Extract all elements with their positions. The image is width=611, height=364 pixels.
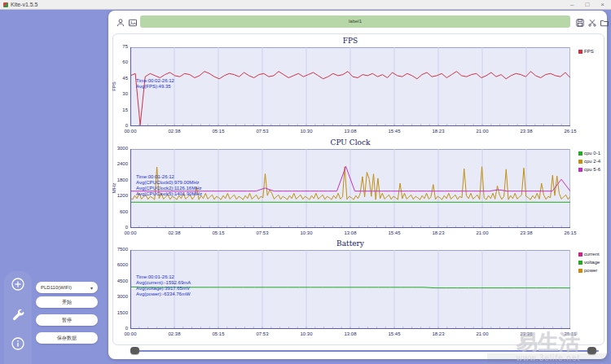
x-tick-label: 02:38 bbox=[161, 129, 187, 134]
chart-annotation: Time:00:01-26:12Avg(CPUClock0):979.00MHz… bbox=[136, 174, 202, 197]
scissors-icon bbox=[587, 18, 597, 28]
y-tick-label: 1500 bbox=[108, 310, 128, 315]
y-tick-label: 3000 bbox=[108, 294, 128, 299]
y-tick-label: 15 bbox=[108, 107, 128, 112]
annotation-line: Time:00:01-26:12 bbox=[136, 174, 202, 180]
legend-swatch bbox=[578, 252, 582, 257]
save-data-button[interactable]: 保存数据 bbox=[36, 332, 98, 344]
y-tick-label: 0 bbox=[108, 225, 128, 230]
battery-chart: Battery01500300045006000750000:0002:3805… bbox=[108, 239, 607, 340]
x-tick-label: 13:08 bbox=[337, 331, 363, 336]
y-axis-label: FPS bbox=[112, 81, 116, 91]
chart-legend: currentvoltagepower bbox=[578, 250, 600, 274]
x-tick-label: 26:15 bbox=[557, 230, 583, 235]
save-icon bbox=[575, 18, 585, 28]
y-tick-label: 75 bbox=[108, 44, 128, 49]
maximize-button[interactable]: □ bbox=[585, 0, 589, 9]
wrench-icon bbox=[11, 307, 25, 322]
cut-button[interactable] bbox=[587, 16, 597, 26]
legend-item: cpu 5-6 bbox=[578, 165, 600, 173]
device-select[interactable]: PLD110(WIFI) ▾ bbox=[36, 282, 98, 293]
x-tick-label: 21:00 bbox=[469, 230, 495, 235]
legend-item: cpu 2-4 bbox=[578, 157, 600, 165]
chart-title: FPS bbox=[130, 37, 570, 45]
folder-icon bbox=[600, 18, 609, 28]
annotation-line: Time:00:02-26:12 bbox=[136, 78, 174, 84]
export-button[interactable] bbox=[600, 16, 609, 26]
legend-swatch bbox=[578, 168, 582, 172]
x-tick-label: 21:00 bbox=[469, 331, 495, 336]
image-icon bbox=[128, 18, 138, 28]
chart-title: CPU Clock bbox=[130, 138, 570, 147]
slider-left-handle[interactable] bbox=[130, 347, 139, 354]
fps-chart: FPSFPS0153045607500:0002:3805:1507:5310:… bbox=[108, 37, 607, 138]
x-tick-label: 05:15 bbox=[205, 129, 231, 134]
x-tick-label: 00:00 bbox=[117, 230, 143, 235]
y-tick-label: 1800 bbox=[108, 178, 128, 182]
x-tick-label: 26:15 bbox=[557, 129, 583, 134]
x-tick-label: 05:15 bbox=[205, 331, 231, 336]
slider-right-handle[interactable] bbox=[587, 347, 596, 354]
legend-item: current bbox=[578, 250, 600, 258]
info-circle-icon bbox=[11, 336, 25, 351]
start-button[interactable]: 开始 bbox=[36, 296, 98, 308]
x-tick-label: 23:38 bbox=[513, 331, 539, 336]
x-tick-label: 23:38 bbox=[513, 129, 539, 134]
x-tick-label: 15:45 bbox=[381, 230, 407, 235]
annotation-line: Avg(power):-6334.76mW bbox=[136, 292, 191, 297]
y-axis-label: MHz bbox=[112, 182, 116, 192]
x-tick-label: 10:30 bbox=[293, 331, 319, 336]
minimize-button[interactable]: – bbox=[570, 0, 574, 9]
annotation-line: Time:00:01-26:12 bbox=[136, 274, 191, 280]
annotation-line: Avg(current):-1592.69mA bbox=[136, 280, 191, 286]
main-panel: label1 FPSFPS0153045607500:0002:3805:150… bbox=[108, 11, 607, 359]
chart-annotation: Time:00:02-26:12Avg(FPS):49.35 bbox=[136, 78, 174, 90]
y-tick-label: 45 bbox=[108, 76, 128, 81]
y-tick-label: 30 bbox=[108, 91, 128, 96]
chart-legend: cpu 0-1cpu 2-4cpu 5-6 bbox=[578, 149, 600, 173]
annotation-line: Avg(CPUClock5):1401.90MHz bbox=[136, 191, 202, 197]
legend-item: power bbox=[578, 266, 600, 274]
user-button[interactable] bbox=[116, 16, 125, 26]
x-tick-label: 18:23 bbox=[425, 230, 451, 235]
x-tick-label: 23:38 bbox=[513, 230, 539, 235]
x-tick-label: 10:30 bbox=[293, 129, 319, 134]
add-button[interactable] bbox=[11, 277, 25, 292]
y-tick-label: 6000 bbox=[108, 262, 128, 267]
x-tick-label: 18:23 bbox=[425, 129, 451, 134]
time-range-slider[interactable] bbox=[130, 350, 599, 352]
x-tick-label: 02:38 bbox=[161, 331, 187, 336]
chart-legend: FPS bbox=[578, 47, 594, 55]
plot-area bbox=[130, 47, 570, 126]
x-tick-label: 21:00 bbox=[469, 129, 495, 134]
label-field[interactable]: label1 bbox=[140, 15, 570, 28]
tools-button[interactable] bbox=[11, 307, 25, 322]
x-tick-label: 26:15 bbox=[557, 331, 583, 336]
y-tick-label: 0 bbox=[108, 123, 128, 128]
x-tick-label: 05:15 bbox=[205, 230, 231, 235]
legend-swatch bbox=[578, 160, 582, 164]
annotation-line: Avg(FPS):49.35 bbox=[136, 84, 174, 90]
chart-title: Battery bbox=[130, 239, 570, 248]
x-tick-label: 00:00 bbox=[117, 331, 143, 336]
legend-swatch bbox=[578, 261, 582, 265]
y-tick-label: 3000 bbox=[108, 146, 128, 151]
image-button[interactable] bbox=[128, 16, 138, 26]
y-tick-label: 4500 bbox=[108, 278, 128, 283]
window-title: Kite-v1.5.5 bbox=[11, 2, 37, 7]
cpu-clock-chart: CPU ClockMHz0600120018002400300000:0002:… bbox=[108, 138, 607, 239]
y-tick-label: 1200 bbox=[108, 193, 128, 198]
legend-item: cpu 0-1 bbox=[578, 149, 600, 157]
x-tick-label: 15:45 bbox=[381, 129, 407, 134]
close-button[interactable]: × bbox=[600, 0, 604, 9]
window-titlebar: Kite-v1.5.5 – □ × bbox=[0, 0, 611, 10]
person-icon bbox=[116, 18, 125, 28]
legend-swatch bbox=[578, 151, 582, 156]
pause-button[interactable]: 暂停 bbox=[36, 314, 98, 326]
save-screenshot-button[interactable] bbox=[575, 16, 585, 26]
y-tick-label: 60 bbox=[108, 59, 128, 64]
x-tick-label: 07:53 bbox=[249, 129, 275, 134]
legend-swatch bbox=[578, 50, 582, 54]
y-tick-label: 0 bbox=[108, 326, 128, 331]
info-button[interactable] bbox=[11, 336, 25, 351]
